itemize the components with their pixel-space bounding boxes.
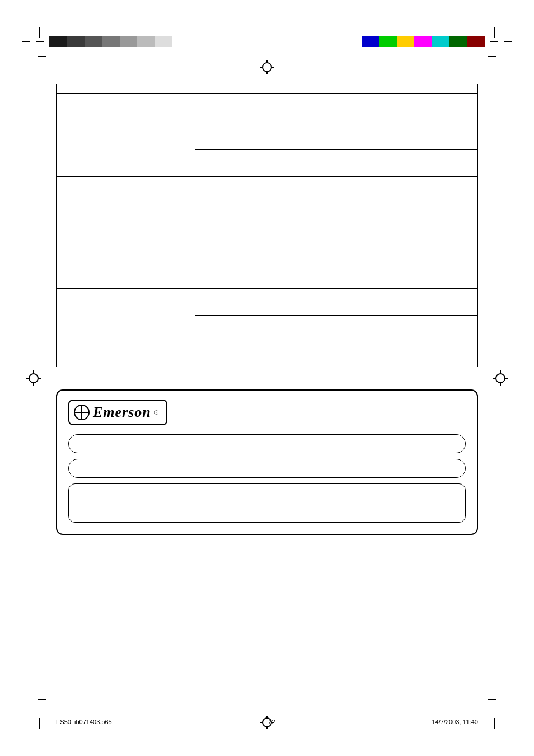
table-row: [57, 94, 478, 123]
crosshair-right: [493, 370, 508, 386]
table-cell: [339, 150, 478, 177]
footer-page-number: 22: [268, 719, 275, 725]
emerson-input-field-2: [68, 459, 466, 478]
emerson-logo-badge: Emerson®: [68, 400, 167, 425]
data-table: [56, 84, 478, 367]
table-cell: [195, 316, 339, 342]
table-cell: [339, 177, 478, 210]
footer: ES50_ib071403.p65 22 14/7/2003, 11:40: [56, 719, 478, 725]
table-cell: [339, 342, 478, 367]
table-cell: [57, 289, 195, 342]
table-cell: [195, 94, 339, 123]
table-cell: [339, 264, 478, 289]
table-cell: [339, 210, 478, 237]
table-cell: [339, 123, 478, 150]
table-cell: [339, 237, 478, 264]
table-row: [57, 177, 478, 210]
table-cell: [195, 289, 339, 316]
color-strip: [362, 36, 485, 47]
table-cell: [195, 342, 339, 367]
emerson-wordmark: Emerson: [93, 404, 151, 421]
table-cell: [339, 94, 478, 123]
emerson-box: Emerson®: [56, 389, 478, 535]
table-cell: [339, 316, 478, 342]
corner-mark-br: [484, 718, 495, 729]
table-header-col3: [339, 84, 478, 94]
table-cell: [195, 123, 339, 150]
crosshair-left: [26, 370, 41, 386]
top-bar: [0, 34, 534, 49]
table-cell: [195, 210, 339, 237]
table-row: [57, 289, 478, 316]
table-header-col2: [195, 84, 339, 94]
table-cell: [57, 210, 195, 264]
tick-left-bot: [38, 699, 46, 701]
emerson-logo-row: Emerson®: [68, 400, 466, 425]
table-cell: [57, 264, 195, 289]
tick-right-top: [488, 56, 496, 57]
grayscale-strip: [49, 36, 172, 47]
table-header-col1: [57, 84, 195, 94]
table-cell: [339, 289, 478, 316]
footer-filename: ES50_ib071403.p65: [56, 719, 112, 725]
main-content: Emerson®: [56, 67, 478, 689]
emerson-reg-symbol: ®: [154, 410, 158, 416]
emerson-input-field-tall: [68, 483, 466, 523]
tick-right-bot: [488, 699, 496, 701]
table-cell: [195, 264, 339, 289]
table-cell: [57, 177, 195, 210]
corner-mark-bl: [39, 718, 50, 729]
table-cell: [57, 342, 195, 367]
table-row: [57, 264, 478, 289]
table-cell: [195, 177, 339, 210]
table-cell: [57, 94, 195, 177]
emerson-globe-icon: [74, 405, 90, 420]
table-cell: [195, 150, 339, 177]
footer-date: 14/7/2003, 11:40: [432, 719, 478, 725]
emerson-input-field-1: [68, 434, 466, 453]
table-cell: [195, 237, 339, 264]
table-row: [57, 342, 478, 367]
tick-left-top: [38, 56, 46, 57]
table-row: [57, 210, 478, 237]
